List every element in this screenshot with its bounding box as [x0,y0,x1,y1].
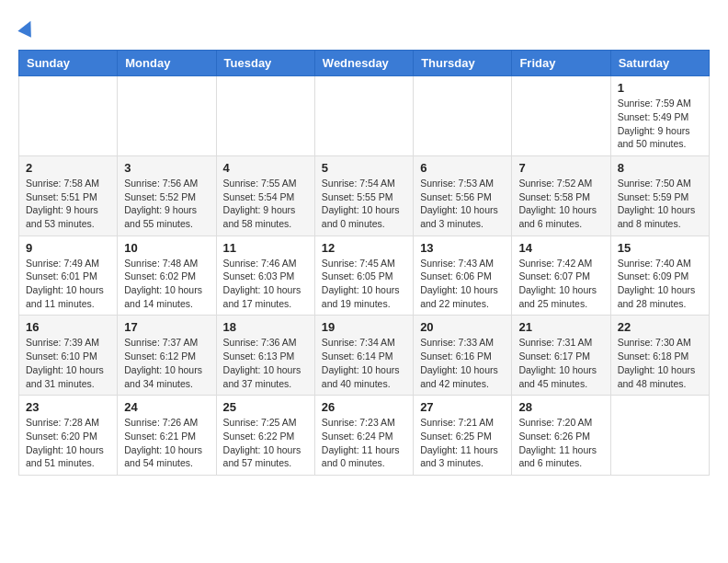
day-info: Sunrise: 7:34 AM Sunset: 6:14 PM Dayligh… [322,336,406,390]
day-number: 16 [26,320,110,334]
day-info: Sunrise: 7:30 AM Sunset: 6:18 PM Dayligh… [618,336,702,390]
day-info: Sunrise: 7:42 AM Sunset: 6:07 PM Dayligh… [518,257,603,311]
day-info: Sunrise: 7:53 AM Sunset: 5:56 PM Dayligh… [420,177,505,231]
calendar-cell: 18Sunrise: 7:36 AM Sunset: 6:13 PM Dayli… [216,316,314,396]
day-info: Sunrise: 7:50 AM Sunset: 5:59 PM Dayligh… [618,177,702,231]
day-number: 2 [26,161,110,175]
calendar-cell: 14Sunrise: 7:42 AM Sunset: 6:07 PM Dayli… [512,236,610,316]
calendar-cell [314,76,413,156]
day-info: Sunrise: 7:58 AM Sunset: 5:51 PM Dayligh… [26,177,110,231]
calendar-cell: 13Sunrise: 7:43 AM Sunset: 6:06 PM Dayli… [414,236,512,316]
day-number: 27 [420,400,505,414]
day-info: Sunrise: 7:46 AM Sunset: 6:03 PM Dayligh… [223,257,308,311]
day-number: 5 [322,161,406,175]
day-info: Sunrise: 7:43 AM Sunset: 6:06 PM Dayligh… [420,257,505,311]
day-number: 23 [26,400,110,414]
calendar-cell: 1Sunrise: 7:59 AM Sunset: 5:49 PM Daylig… [610,76,709,156]
day-number: 8 [618,161,702,175]
day-info: Sunrise: 7:56 AM Sunset: 5:52 PM Dayligh… [124,177,209,231]
calendar-cell: 23Sunrise: 7:28 AM Sunset: 6:20 PM Dayli… [19,396,118,476]
day-number: 25 [223,400,308,414]
day-info: Sunrise: 7:39 AM Sunset: 6:10 PM Dayligh… [26,336,110,390]
calendar-cell: 27Sunrise: 7:21 AM Sunset: 6:25 PM Dayli… [414,396,512,476]
weekday-header: Thursday [414,51,512,76]
day-info: Sunrise: 7:40 AM Sunset: 6:09 PM Dayligh… [618,257,702,311]
weekday-header: Sunday [19,51,118,76]
day-info: Sunrise: 7:33 AM Sunset: 6:16 PM Dayligh… [420,336,505,390]
day-number: 15 [618,241,702,255]
day-number: 18 [223,320,308,334]
calendar-cell: 9Sunrise: 7:49 AM Sunset: 6:01 PM Daylig… [19,236,118,316]
day-info: Sunrise: 7:37 AM Sunset: 6:12 PM Dayligh… [124,336,209,390]
calendar-cell: 10Sunrise: 7:48 AM Sunset: 6:02 PM Dayli… [118,236,216,316]
calendar-cell: 2Sunrise: 7:58 AM Sunset: 5:51 PM Daylig… [19,155,118,236]
day-number: 20 [420,320,505,334]
day-info: Sunrise: 7:48 AM Sunset: 6:02 PM Dayligh… [124,257,209,311]
calendar-cell: 24Sunrise: 7:26 AM Sunset: 6:21 PM Dayli… [118,396,216,476]
day-number: 9 [26,241,110,255]
day-info: Sunrise: 7:23 AM Sunset: 6:24 PM Dayligh… [322,416,406,470]
calendar-cell: 15Sunrise: 7:40 AM Sunset: 6:09 PM Dayli… [610,236,709,316]
day-number: 28 [518,400,603,414]
day-number: 11 [223,241,308,255]
calendar-week-row: 2Sunrise: 7:58 AM Sunset: 5:51 PM Daylig… [19,155,710,236]
day-number: 13 [420,241,505,255]
day-info: Sunrise: 7:54 AM Sunset: 5:55 PM Dayligh… [322,177,406,231]
calendar-cell: 21Sunrise: 7:31 AM Sunset: 6:17 PM Dayli… [512,316,610,396]
calendar-cell: 11Sunrise: 7:46 AM Sunset: 6:03 PM Dayli… [216,236,314,316]
weekday-header: Saturday [610,51,709,76]
day-info: Sunrise: 7:25 AM Sunset: 6:22 PM Dayligh… [223,416,308,470]
calendar-cell [216,76,314,156]
calendar-cell: 22Sunrise: 7:30 AM Sunset: 6:18 PM Dayli… [610,316,709,396]
day-number: 24 [124,400,209,414]
day-number: 12 [322,241,406,255]
calendar-cell [610,396,709,476]
day-info: Sunrise: 7:31 AM Sunset: 6:17 PM Dayligh… [518,336,603,390]
day-number: 4 [223,161,308,175]
weekday-header: Tuesday [216,51,314,76]
calendar-cell: 3Sunrise: 7:56 AM Sunset: 5:52 PM Daylig… [118,155,216,236]
day-info: Sunrise: 7:28 AM Sunset: 6:20 PM Dayligh… [26,416,110,470]
day-info: Sunrise: 7:45 AM Sunset: 6:05 PM Dayligh… [322,257,406,311]
calendar-week-row: 16Sunrise: 7:39 AM Sunset: 6:10 PM Dayli… [19,316,710,396]
calendar-cell: 6Sunrise: 7:53 AM Sunset: 5:56 PM Daylig… [414,155,512,236]
day-number: 7 [518,161,603,175]
day-number: 21 [518,320,603,334]
calendar-cell: 5Sunrise: 7:54 AM Sunset: 5:55 PM Daylig… [314,155,413,236]
calendar-cell [414,76,512,156]
calendar-header-row: SundayMondayTuesdayWednesdayThursdayFrid… [19,51,710,76]
calendar-week-row: 9Sunrise: 7:49 AM Sunset: 6:01 PM Daylig… [19,236,710,316]
day-number: 19 [322,320,406,334]
calendar-cell: 25Sunrise: 7:25 AM Sunset: 6:22 PM Dayli… [216,396,314,476]
day-info: Sunrise: 7:52 AM Sunset: 5:58 PM Dayligh… [518,177,603,231]
day-number: 3 [124,161,209,175]
day-info: Sunrise: 7:55 AM Sunset: 5:54 PM Dayligh… [223,177,308,231]
day-number: 17 [124,320,209,334]
day-number: 1 [618,81,702,95]
calendar-cell: 28Sunrise: 7:20 AM Sunset: 6:26 PM Dayli… [512,396,610,476]
day-number: 10 [124,241,209,255]
logo-icon [17,17,37,37]
calendar-cell: 8Sunrise: 7:50 AM Sunset: 5:59 PM Daylig… [610,155,709,236]
day-info: Sunrise: 7:26 AM Sunset: 6:21 PM Dayligh… [124,416,209,470]
day-number: 26 [322,400,406,414]
calendar-cell: 26Sunrise: 7:23 AM Sunset: 6:24 PM Dayli… [314,396,413,476]
day-number: 14 [518,241,603,255]
day-info: Sunrise: 7:21 AM Sunset: 6:25 PM Dayligh… [420,416,505,470]
day-info: Sunrise: 7:49 AM Sunset: 6:01 PM Dayligh… [26,257,110,311]
page-header [18,18,710,40]
weekday-header: Wednesday [314,51,413,76]
calendar-cell: 19Sunrise: 7:34 AM Sunset: 6:14 PM Dayli… [314,316,413,396]
calendar-week-row: 1Sunrise: 7:59 AM Sunset: 5:49 PM Daylig… [19,76,710,156]
calendar-week-row: 23Sunrise: 7:28 AM Sunset: 6:20 PM Dayli… [19,396,710,476]
day-number: 22 [618,320,702,334]
day-info: Sunrise: 7:36 AM Sunset: 6:13 PM Dayligh… [223,336,308,390]
calendar-cell: 12Sunrise: 7:45 AM Sunset: 6:05 PM Dayli… [314,236,413,316]
day-info: Sunrise: 7:20 AM Sunset: 6:26 PM Dayligh… [518,416,603,470]
calendar-cell: 7Sunrise: 7:52 AM Sunset: 5:58 PM Daylig… [512,155,610,236]
day-number: 6 [420,161,505,175]
calendar-cell [19,76,118,156]
calendar-cell: 17Sunrise: 7:37 AM Sunset: 6:12 PM Dayli… [118,316,216,396]
weekday-header: Friday [512,51,610,76]
calendar-cell: 4Sunrise: 7:55 AM Sunset: 5:54 PM Daylig… [216,155,314,236]
